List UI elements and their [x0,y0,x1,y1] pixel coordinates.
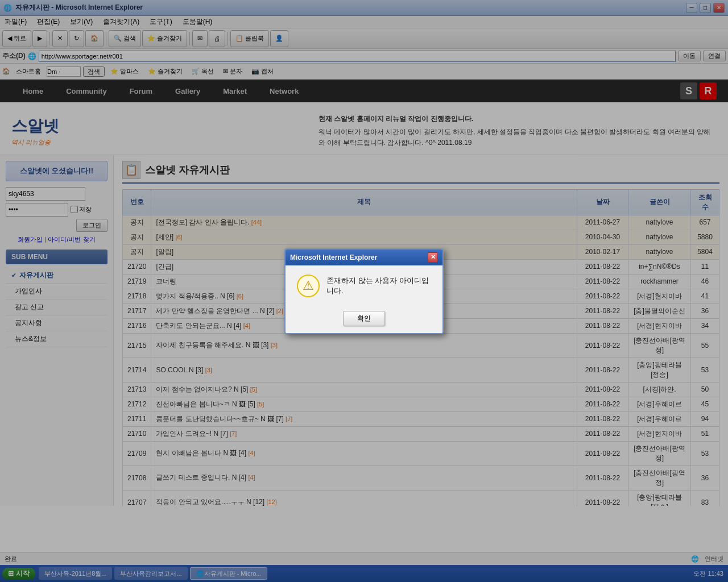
dialog-footer: 확인 [286,306,442,333]
dialog-ok-button[interactable]: 확인 [343,311,385,326]
dialog-titlebar: Microsoft Internet Explorer ✕ [286,250,442,265]
dialog-body: ⚠ 존재하지 않는 사용자 아이디입니다. [286,265,442,306]
dialog-close-button[interactable]: ✕ [428,252,438,263]
dialog: Microsoft Internet Explorer ✕ ⚠ 존재하지 않는 … [284,248,444,334]
dialog-overlay: Microsoft Internet Explorer ✕ ⚠ 존재하지 않는 … [0,0,728,582]
warning-icon: ⚠ [297,275,320,297]
dialog-title: Microsoft Internet Explorer [290,253,377,261]
dialog-message: 존재하지 않는 사용자 아이디입니다. [326,276,431,296]
